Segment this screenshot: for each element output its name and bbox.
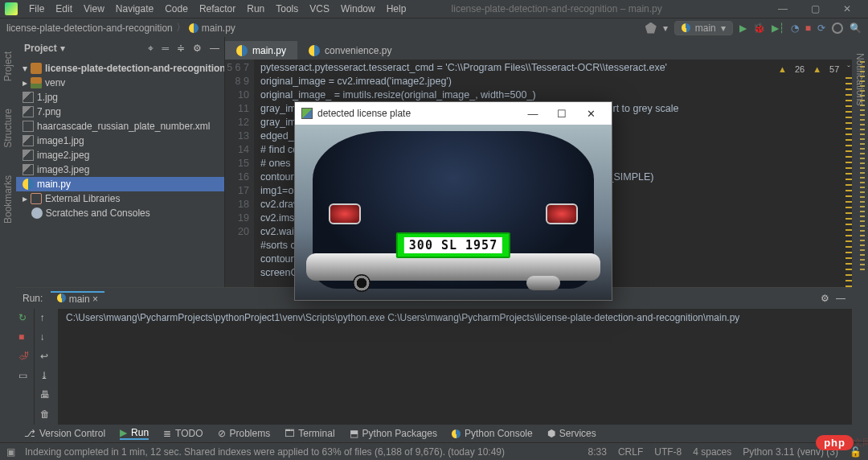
indent-info[interactable]: 4 spaces: [693, 446, 731, 458]
inspection-summary[interactable]: ▲26 ▲57 ˇ: [778, 63, 850, 76]
menu-item[interactable]: Edit: [51, 2, 77, 16]
tree-item[interactable]: image2.jpeg: [16, 148, 224, 162]
breadcrumb-project[interactable]: license-plate-detection-and-recognition: [6, 23, 173, 34]
run-toolbar-primary: ↻ ■ ⮰ ▭: [16, 309, 34, 442]
expand-all-icon[interactable]: ═: [162, 43, 169, 54]
run-process-tab[interactable]: main ×: [51, 291, 104, 306]
down-stack-icon[interactable]: ↓: [40, 331, 53, 344]
maximize-button[interactable]: ▢: [799, 3, 831, 14]
debug-button[interactable]: 🐞: [753, 23, 765, 34]
close-button[interactable]: ✕: [831, 3, 863, 14]
line-separator[interactable]: CRLF: [618, 446, 643, 458]
tool-tab-problems[interactable]: ⊘Problems: [218, 428, 271, 439]
locate-icon[interactable]: ⌖: [148, 43, 154, 54]
hide-tool-icon[interactable]: —: [210, 43, 219, 54]
detected-plate-box: 300 SL 1957: [396, 232, 510, 258]
menu-item[interactable]: Refactor: [194, 2, 240, 16]
menu-item[interactable]: Run: [242, 2, 269, 16]
console-output[interactable]: C:\Users\mwang\PycharmProjects\pythonPro…: [58, 309, 852, 442]
menu-item[interactable]: Navigate: [111, 2, 158, 16]
editor-error-stripe[interactable]: [845, 77, 852, 287]
editor-tab[interactable]: main.py: [225, 41, 297, 60]
profile-button[interactable]: ◔: [791, 23, 799, 34]
python-file-icon: [236, 45, 248, 56]
rerun-icon[interactable]: ↻: [18, 312, 31, 325]
layout-icon[interactable]: ▭: [18, 370, 31, 383]
caret-position[interactable]: 8:33: [588, 446, 607, 458]
gear-icon[interactable]: ⚙: [821, 293, 829, 304]
menu-item[interactable]: Window: [336, 2, 380, 16]
up-stack-icon[interactable]: ↑: [40, 312, 53, 325]
minimize-button[interactable]: —: [767, 3, 799, 14]
tree-item[interactable]: 7.png: [16, 105, 224, 119]
file-encoding[interactable]: UTF-8: [654, 446, 682, 458]
clear-icon[interactable]: 🗑: [40, 409, 53, 421]
run-tool-window: Run: main × ⚙ — ↻ ■ ⮰ ▭ ↑ ↓ ↩ ⤓ 🖶 🗑 C: [16, 288, 852, 442]
popup-close-button[interactable]: ✕: [576, 108, 605, 120]
folder-icon: [31, 63, 42, 74]
run-config-selector[interactable]: main ▾: [674, 21, 733, 35]
tool-tab-run[interactable]: ▶Run: [120, 427, 149, 440]
scroll-end-icon[interactable]: ⤓: [40, 370, 53, 383]
project-tree[interactable]: ▾ license-plate-detection-and-recognitio…: [16, 60, 224, 287]
chevron-icon[interactable]: ˇ: [847, 63, 850, 76]
main-menu: File Edit View Navigate Code Refactor Ru…: [24, 2, 411, 16]
exit-icon[interactable]: ⮰: [18, 351, 31, 363]
popup-maximize-button[interactable]: ☐: [547, 108, 576, 120]
tree-item[interactable]: haarcascade_russian_plate_number.xml: [16, 119, 224, 133]
popup-image: 300 SL 1957: [295, 125, 612, 300]
tree-item[interactable]: image3.jpeg: [16, 162, 224, 177]
tree-item[interactable]: ▸ External Libraries: [16, 191, 224, 206]
vcs-update-icon[interactable]: ⟳: [817, 23, 825, 34]
hide-tool-icon[interactable]: —: [836, 293, 845, 304]
package-icon: ⬒: [350, 428, 358, 439]
tool-tab-pypackages[interactable]: ⬒Python Packages: [350, 428, 437, 439]
user-icon[interactable]: [645, 23, 657, 34]
tool-window-toggle-icon[interactable]: ▣: [6, 446, 15, 458]
gear-icon[interactable]: ⚙: [193, 43, 202, 54]
menu-item[interactable]: Tools: [271, 2, 303, 16]
settings-icon[interactable]: [832, 23, 843, 34]
editor-tabs: main.py convenience.py: [225, 37, 852, 60]
python-file-icon: [309, 45, 320, 56]
library-icon: [31, 193, 42, 204]
error-stripe[interactable]: [860, 61, 865, 270]
tree-item[interactable]: Scratches and Consoles: [16, 206, 224, 220]
tool-tab-vcs[interactable]: ⎇Version Control: [24, 428, 105, 439]
run-coverage-button[interactable]: ▶┆: [772, 23, 784, 34]
project-panel-title[interactable]: Project: [24, 43, 57, 54]
image-file-icon: [23, 106, 34, 117]
run-toolbar-secondary: ↑ ↓ ↩ ⤓ 🖶 🗑: [34, 309, 58, 442]
breadcrumb-file[interactable]: main.py: [202, 23, 235, 34]
status-message: Indexing completed in 1 min, 12 sec. Sha…: [25, 446, 505, 458]
tree-item[interactable]: image1.jpg: [16, 133, 224, 148]
tree-root[interactable]: ▾ license-plate-detection-and-recognitio…: [16, 61, 224, 76]
tool-tab-services[interactable]: ⬢Services: [547, 428, 596, 439]
popup-minimize-button[interactable]: —: [518, 108, 547, 120]
menu-item[interactable]: Code: [160, 2, 193, 16]
menu-item[interactable]: File: [24, 2, 49, 16]
soft-wrap-icon[interactable]: ↩: [40, 351, 53, 363]
project-tool-tab[interactable]: Project: [2, 51, 14, 81]
stop-icon[interactable]: ■: [18, 331, 31, 344]
structure-tool-tab[interactable]: Structure: [2, 109, 14, 148]
print-icon[interactable]: 🖶: [40, 389, 53, 402]
tree-item[interactable]: ▸ venv: [16, 76, 224, 90]
bookmarks-tool-tab[interactable]: Bookmarks: [2, 175, 14, 224]
left-tool-stripe: Project Structure Bookmarks: [0, 37, 16, 442]
menu-item[interactable]: VCS: [305, 2, 334, 16]
tool-tab-terminal[interactable]: 🗔Terminal: [285, 428, 334, 439]
stop-button[interactable]: ■: [805, 23, 811, 34]
line-gutter[interactable]: 5 6 7 8 9 10 11 12 13 14 15 16 17 18 19 …: [225, 60, 254, 287]
tool-tab-pyconsole[interactable]: Python Console: [452, 428, 533, 439]
collapse-all-icon[interactable]: ≑: [177, 43, 185, 54]
python-icon: [452, 429, 461, 438]
editor-tab[interactable]: convenience.py: [297, 41, 403, 60]
search-everywhere-icon[interactable]: 🔍: [850, 23, 862, 34]
tool-tab-todo[interactable]: ≣TODO: [163, 428, 203, 439]
tree-item-selected[interactable]: main.py: [16, 177, 224, 191]
menu-item[interactable]: View: [79, 2, 109, 16]
opencv-window[interactable]: detected license plate — ☐ ✕ 300 SL 1957: [294, 101, 612, 301]
run-button[interactable]: ▶: [739, 23, 747, 34]
tree-item[interactable]: 1.jpg: [16, 90, 224, 105]
